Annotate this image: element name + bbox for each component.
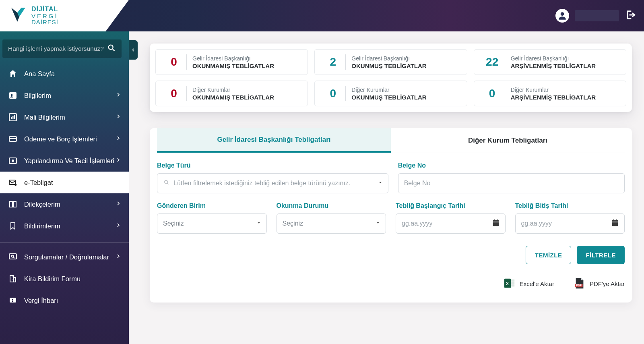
mail-forward-icon [7,178,19,187]
svg-rect-13 [9,254,17,259]
stat-title: OKUNMAMIŞ TEBLİGATLAR [192,94,274,101]
search-input[interactable] [8,45,107,52]
input-baslangic-wrap[interactable] [396,213,506,234]
sidebar-item-label: Vergi İhbarı [24,297,58,305]
main-content: 0 Gelir İdaresi Başkanlığı OKUNMAMIŞ TEB… [138,31,644,344]
chevron-right-icon [115,91,122,99]
sidebar-item-yapilandirma[interactable]: Yapılandırma Ve Tecil İşlemleri [0,150,129,172]
input-belge-turu[interactable] [173,180,382,187]
stat-archived-gib[interactable]: 22 Gelir İdaresi Başkanlığı ARŞİVLENMİŞ … [474,49,626,75]
svg-rect-6 [12,116,14,119]
sidebar: Ana Sayfa Bilgilerim Mali Bilgilerim Öde… [0,31,129,344]
select-okunma[interactable]: Seçiniz [277,213,386,234]
stat-read-gib[interactable]: 2 Gelir İdaresi Başkanlığı OKUNMUŞ TEBLİ… [314,49,467,75]
stat-sub: Gelir İdaresi Başkanlığı [351,55,426,62]
app-header: DİJİTAL VERGİ DAİRESİ [0,0,644,31]
sidebar-item-label: Sorgulamalar / Doğrulamalar [24,253,109,261]
excel-icon: X [504,277,516,290]
brand-line3: DAİRESİ [31,19,58,25]
brand-block: DİJİTAL VERGİ DAİRESİ [0,0,129,31]
sidebar-item-e-tebligat[interactable]: e-Tebligat [0,172,129,193]
sidebar-item-kira[interactable]: Kira Bildirim Formu [0,268,129,290]
sidebar-item-mali-bilgilerim[interactable]: Mali Bilgilerim [0,106,129,128]
filter-card: Gelir İdaresi Başkanlığı Tebligatları Di… [150,128,632,303]
svg-point-14 [12,255,14,257]
calendar-icon[interactable] [611,218,619,229]
tab-other[interactable]: Diğer Kurum Tebligatları [391,128,625,153]
brand-line2: VERGİ [31,13,58,19]
svg-rect-33 [511,283,514,285]
stat-number: 0 [320,87,345,100]
home-icon [7,69,19,79]
bookmark-icon [7,221,19,231]
logout-button[interactable] [625,9,636,22]
clear-button[interactable]: TEMİZLE [526,246,572,264]
input-bitis-wrap[interactable] [515,213,625,234]
user-name[interactable] [575,10,619,21]
label-baslangic: Tebliğ Başlangıç Tarihi [396,202,506,209]
stat-number: 0 [161,56,186,68]
stat-archived-other[interactable]: 0 Diğer Kurumlar ARŞİVLENMİŞ TEBLİGATLAR [474,81,626,106]
export-excel-button[interactable]: X Excel'e Aktar [504,277,554,290]
label-belge-turu: Belge Türü [157,162,388,169]
svg-rect-24 [497,220,497,221]
book-icon [7,199,19,209]
brand-text: DİJİTAL VERGİ DAİRESİ [31,6,58,25]
filter-button[interactable]: FİLTRELE [577,246,625,264]
sidebar-item-label: Bildirimlerim [24,222,60,230]
svg-rect-25 [612,220,618,226]
credit-card-icon [7,134,19,144]
svg-point-20 [165,180,168,184]
sidebar-item-odeme[interactable]: Ödeme ve Borç İşlemleri [0,128,129,150]
user-card-icon [7,91,19,100]
svg-point-3 [11,94,13,96]
stat-read-other[interactable]: 0 Diğer Kurumlar OKUNMUŞ TEBLİGATLAR [314,81,467,106]
input-belge-no-wrap[interactable] [398,173,625,193]
user-avatar-icon[interactable] [555,9,569,23]
stat-unread-other[interactable]: 0 Diğer Kurumlar OKUNMAMIŞ TEBLİGATLAR [155,81,308,106]
chevron-right-icon [115,200,122,208]
export-pdf-button[interactable]: PDF PDF'ye Aktar [574,277,625,290]
svg-rect-7 [14,115,15,119]
svg-rect-15 [10,276,13,282]
select-belge-turu[interactable] [157,173,388,193]
sidebar-item-vergi-ihbari[interactable]: Vergi İhbarı [0,290,129,311]
sidebar-nav: Ana Sayfa Bilgilerim Mali Bilgilerim Öde… [0,63,129,311]
caret-down-icon [378,180,383,187]
export-pdf-label: PDF'ye Aktar [590,280,625,287]
stat-sub: Diğer Kurumlar [511,87,596,93]
sidebar-item-label: Kira Bildirim Formu [24,275,80,283]
search-box[interactable] [2,39,122,58]
svg-rect-26 [612,222,618,222]
chevron-right-icon [115,253,122,261]
sidebar-item-ana-sayfa[interactable]: Ana Sayfa [0,63,129,85]
sidebar-item-bildirimlerim[interactable]: Bildirimlerim [0,215,129,237]
svg-rect-18 [12,299,13,300]
chevron-right-icon [115,222,122,230]
stat-number: 0 [161,87,186,100]
sidebar-item-dilekcelerim[interactable]: Dilekçelerim [0,193,129,215]
sidebar-item-sorgulamalar[interactable]: Sorgulamalar / Doğrulamalar [0,246,129,268]
svg-rect-31 [511,280,514,281]
stat-unread-gib[interactable]: 0 Gelir İdaresi Başkanlığı OKUNMAMIŞ TEB… [155,49,308,75]
tabs: Gelir İdaresi Başkanlığı Tebligatları Di… [157,128,625,153]
svg-rect-5 [11,117,12,119]
stat-number: 0 [480,87,505,100]
select-okunma-value: Seçiniz [283,220,303,227]
svg-text:X: X [506,281,509,286]
sidebar-separator [0,242,129,243]
input-belge-no[interactable] [404,180,619,187]
select-gonderen[interactable]: Seçiniz [157,213,267,234]
svg-rect-19 [12,301,13,302]
chevron-right-icon [115,113,122,121]
stat-sub: Gelir İdaresi Başkanlığı [192,55,274,62]
chevron-right-icon [115,157,122,165]
caret-down-icon [375,220,381,227]
svg-point-11 [12,160,14,162]
input-bitis[interactable] [521,220,619,227]
calendar-icon[interactable] [491,218,500,229]
sidebar-collapse-handle[interactable] [129,40,138,60]
sidebar-item-bilgilerim[interactable]: Bilgilerim [0,85,129,106]
tab-gib[interactable]: Gelir İdaresi Başkanlığı Tebligatları [157,128,391,153]
input-baslangic[interactable] [402,220,500,227]
